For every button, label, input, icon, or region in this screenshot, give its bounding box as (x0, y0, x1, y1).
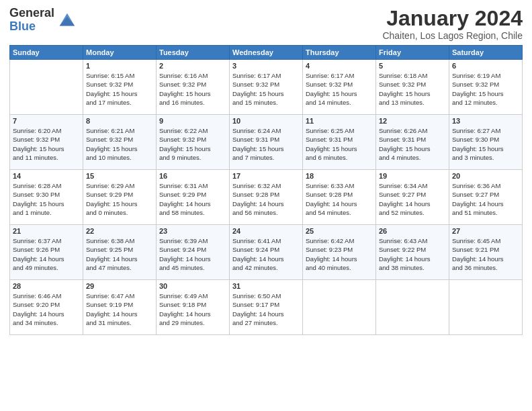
cell-text-line: Daylight: 14 hours (232, 255, 300, 263)
cell-text-line: Sunrise: 6:38 AM (86, 236, 153, 245)
cell-week1-day3: 2Sunrise: 6:16 AMSunset: 9:32 PMDaylight… (157, 60, 230, 115)
day-number: 7 (13, 117, 80, 125)
cell-week1-day6: 5Sunrise: 6:18 AMSunset: 9:32 PMDaylight… (376, 60, 449, 115)
cell-text-line: Sunrise: 6:18 AM (379, 71, 446, 80)
cell-text-line: Sunset: 9:30 PM (13, 190, 80, 199)
day-number: 21 (13, 227, 80, 235)
cell-text-line: Sunset: 9:26 PM (13, 245, 80, 254)
cell-text-line: Sunrise: 6:17 AM (306, 71, 373, 80)
cell-text-line: Sunset: 9:31 PM (232, 135, 300, 144)
cell-text-line: Daylight: 15 hours (232, 89, 300, 98)
cell-text-line: Sunset: 9:31 PM (379, 135, 446, 144)
cell-text-line: and 3 minutes. (452, 153, 519, 162)
cell-week2-day2: 8Sunrise: 6:21 AMSunset: 9:32 PMDaylight… (83, 115, 157, 170)
logo-general-text: General (9, 6, 54, 19)
cell-text-line: Daylight: 14 hours (379, 255, 446, 263)
col-header-monday: Monday (83, 46, 157, 60)
cell-text-line: and 49 minutes. (13, 263, 80, 272)
day-number: 19 (379, 172, 446, 180)
day-number: 31 (232, 282, 300, 290)
cell-text-line: and 15 minutes. (232, 98, 300, 107)
cell-text-line: Sunrise: 6:21 AM (86, 126, 153, 135)
cell-week5-day3: 30Sunrise: 6:49 AMSunset: 9:18 PMDayligh… (157, 280, 230, 335)
cell-week4-day1: 21Sunrise: 6:37 AMSunset: 9:26 PMDayligh… (10, 225, 83, 280)
cell-text-line: Sunrise: 6:42 AM (306, 236, 373, 245)
cell-week2-day6: 12Sunrise: 6:26 AMSunset: 9:31 PMDayligh… (376, 115, 449, 170)
cell-text-line: Sunrise: 6:41 AM (232, 236, 300, 245)
day-number: 13 (452, 117, 519, 125)
cell-text-line: Sunset: 9:24 PM (232, 245, 300, 254)
cell-text-line: and 36 minutes. (452, 263, 519, 272)
cell-text-line: Sunset: 9:32 PM (159, 80, 226, 89)
cell-text-line: Sunrise: 6:37 AM (13, 236, 80, 245)
cell-week5-day1: 28Sunrise: 6:46 AMSunset: 9:20 PMDayligh… (10, 280, 83, 335)
day-number: 9 (159, 117, 226, 125)
svg-marker-1 (60, 17, 75, 26)
cell-text-line: Sunrise: 6:45 AM (452, 236, 519, 245)
cell-text-line: and 56 minutes. (232, 208, 300, 217)
col-header-sunday: Sunday (10, 46, 83, 60)
cell-text-line: Sunrise: 6:24 AM (232, 126, 300, 135)
cell-week3-day4: 17Sunrise: 6:32 AMSunset: 9:28 PMDayligh… (230, 170, 303, 225)
cell-text-line: Sunrise: 6:17 AM (232, 71, 300, 80)
cell-text-line: Sunset: 9:25 PM (86, 245, 153, 254)
cell-text-line: Daylight: 14 hours (306, 255, 373, 263)
cell-week5-day2: 29Sunrise: 6:47 AMSunset: 9:19 PMDayligh… (83, 280, 157, 335)
cell-text-line: and 54 minutes. (306, 208, 373, 217)
day-number: 15 (86, 172, 153, 180)
cell-text-line: and 9 minutes. (159, 153, 226, 162)
cell-text-line: Daylight: 15 hours (86, 199, 153, 208)
cell-text-line: Sunset: 9:17 PM (232, 300, 300, 309)
cell-week2-day4: 10Sunrise: 6:24 AMSunset: 9:31 PMDayligh… (230, 115, 303, 170)
day-number: 6 (452, 62, 519, 70)
day-number: 27 (452, 227, 519, 235)
cell-week2-day1: 7Sunrise: 6:20 AMSunset: 9:32 PMDaylight… (10, 115, 83, 170)
cell-text-line: and 51 minutes. (452, 208, 519, 217)
cell-text-line: Sunrise: 6:34 AM (379, 181, 446, 190)
cell-text-line: Sunrise: 6:16 AM (159, 71, 226, 80)
cell-text-line: Daylight: 14 hours (86, 255, 153, 263)
cell-week4-day2: 22Sunrise: 6:38 AMSunset: 9:25 PMDayligh… (83, 225, 157, 280)
day-number: 29 (86, 282, 153, 290)
cell-week2-day7: 13Sunrise: 6:27 AMSunset: 9:30 PMDayligh… (449, 115, 523, 170)
day-number: 23 (159, 227, 226, 235)
cell-text-line: and 47 minutes. (86, 263, 153, 272)
cell-text-line: Sunset: 9:23 PM (306, 245, 373, 254)
cell-text-line: Sunrise: 6:33 AM (306, 181, 373, 190)
day-number: 26 (379, 227, 446, 235)
cell-text-line: and 17 minutes. (86, 98, 153, 107)
cell-text-line: Sunset: 9:22 PM (379, 245, 446, 254)
cell-text-line: Sunset: 9:32 PM (159, 135, 226, 144)
cell-text-line: Sunrise: 6:36 AM (452, 181, 519, 190)
cell-text-line: and 4 minutes. (379, 153, 446, 162)
col-header-friday: Friday (376, 46, 449, 60)
cell-week5-day4: 31Sunrise: 6:50 AMSunset: 9:17 PMDayligh… (230, 280, 303, 335)
calendar-table: SundayMondayTuesdayWednesdayThursdayFrid… (9, 45, 523, 335)
cell-text-line: Daylight: 14 hours (86, 310, 153, 318)
cell-text-line: Sunrise: 6:43 AM (379, 236, 446, 245)
cell-week3-day2: 15Sunrise: 6:29 AMSunset: 9:29 PMDayligh… (83, 170, 157, 225)
cell-text-line: and 16 minutes. (159, 98, 226, 107)
cell-text-line: Sunset: 9:27 PM (452, 190, 519, 199)
cell-text-line: Sunrise: 6:22 AM (159, 126, 226, 135)
day-number: 8 (86, 117, 153, 125)
cell-text-line: Daylight: 15 hours (452, 89, 519, 98)
cell-week4-day6: 26Sunrise: 6:43 AMSunset: 9:22 PMDayligh… (376, 225, 449, 280)
cell-text-line: and 10 minutes. (86, 153, 153, 162)
cell-text-line: Sunset: 9:32 PM (379, 80, 446, 89)
cell-week1-day5: 4Sunrise: 6:17 AMSunset: 9:32 PMDaylight… (303, 60, 376, 115)
day-number: 20 (452, 172, 519, 180)
cell-text-line: Sunrise: 6:26 AM (379, 126, 446, 135)
cell-text-line: Sunset: 9:32 PM (306, 80, 373, 89)
cell-week4-day3: 23Sunrise: 6:39 AMSunset: 9:24 PMDayligh… (157, 225, 230, 280)
cell-text-line: Daylight: 14 hours (159, 310, 226, 318)
cell-text-line: and 34 minutes. (13, 318, 80, 327)
cell-text-line: and 42 minutes. (232, 263, 300, 272)
cell-week5-day6 (376, 280, 449, 335)
calendar-title: January 2024 (382, 7, 523, 30)
cell-week2-day3: 9Sunrise: 6:22 AMSunset: 9:32 PMDaylight… (157, 115, 230, 170)
cell-week4-day4: 24Sunrise: 6:41 AMSunset: 9:24 PMDayligh… (230, 225, 303, 280)
cell-text-line: Sunrise: 6:28 AM (13, 181, 80, 190)
cell-text-line: Sunset: 9:32 PM (13, 135, 80, 144)
cell-text-line: and 12 minutes. (452, 98, 519, 107)
